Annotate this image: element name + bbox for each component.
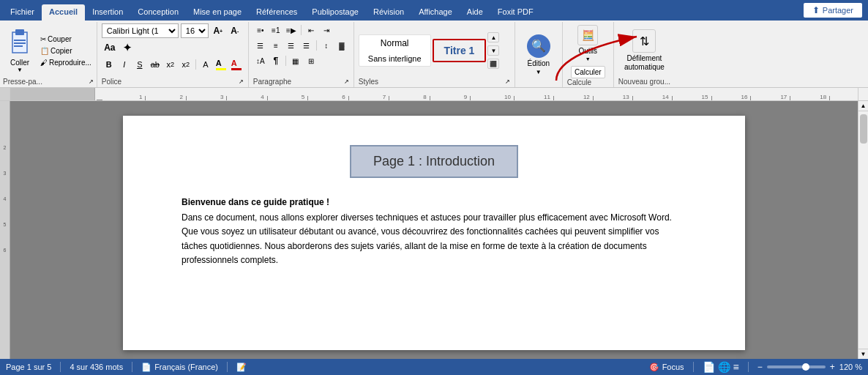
align-right-button[interactable]: ☰ — [284, 39, 299, 52]
view-outline-button[interactable]: ≡ — [733, 361, 739, 373]
share-button[interactable]: ⬆ Partager — [804, 3, 862, 18]
document-body[interactable]: Bienvenue dans ce guide pratique ! Dans … — [182, 196, 686, 267]
group-police: Calibri Light (1 16 A+ A- Aa ✦ B I S ab — [97, 22, 249, 87]
scrollbar-thumb[interactable] — [860, 114, 867, 144]
left-ruler-2: 2 — [4, 145, 7, 150]
left-ruler-6: 6 — [4, 248, 7, 253]
bold-heading: Bienvenue dans ce guide pratique ! — [182, 196, 686, 209]
strikethrough-button[interactable]: ab — [148, 57, 162, 72]
decrease-indent-button[interactable]: ⇤ — [304, 23, 318, 37]
font-color-button[interactable]: A — [229, 57, 244, 72]
defilement-button[interactable]: ⇅ Défilementautomatique — [620, 26, 669, 75]
paste-button[interactable]: Coller ▼ — [3, 26, 37, 75]
cut-icon: ✂ — [40, 35, 46, 43]
zoom-slider[interactable] — [767, 365, 826, 368]
border-button[interactable]: ▦ — [288, 54, 303, 67]
shading-button[interactable]: ▓ — [334, 39, 349, 52]
scroll-up-button[interactable]: ▲ — [858, 101, 869, 111]
focus-label[interactable]: 🎯 Focus — [649, 363, 684, 372]
left-ruler-5: 5 — [4, 222, 7, 227]
tab-affichage[interactable]: Affichage — [411, 4, 460, 21]
tab-references[interactable]: Références — [249, 4, 304, 21]
group-label-styles: Styles — [359, 78, 378, 86]
group-presse-papier: Coller ▼ ✂Couper 📋Copier 🖌Reproduire... — [0, 22, 97, 87]
tab-revision[interactable]: Révision — [366, 4, 411, 21]
outils-calculer-button[interactable]: 🧮 Outils ▼ — [573, 23, 602, 63]
edition-label: Édition — [528, 59, 550, 67]
italic-button[interactable]: I — [117, 57, 132, 72]
word-count: 4 sur 436 mots — [70, 363, 123, 371]
page-info: Page 1 sur 5 — [6, 363, 51, 371]
group-paragraphe: ≡• ≡1 ≡▶ ⇤ ⇥ ☰ ≡ ☰ ☰ ↕ ▓ ↕A — [249, 22, 354, 87]
show-marks-button[interactable]: ¶ — [269, 54, 283, 67]
superscript-button[interactable]: x2 — [179, 57, 193, 72]
line-spacing-button[interactable]: ↕ — [319, 39, 334, 52]
group-nouveau: ⇅ Défilementautomatique Nouveau grou... — [614, 22, 675, 87]
group-calcule: 🧮 Outils ▼ Calculer Calcule — [563, 22, 614, 87]
tab-fichier[interactable]: Fichier — [3, 4, 42, 21]
document-page[interactable]: Page 1 : Introduction Bienvenue dans ce … — [123, 116, 745, 350]
list-number-button[interactable]: ≡1 — [269, 23, 283, 37]
highlight-button[interactable]: A — [214, 57, 228, 72]
zoom-in-button[interactable]: + — [830, 362, 835, 372]
group-expand-presse[interactable]: ↗ — [89, 78, 94, 85]
group-expand-paragraphe[interactable]: ↗ — [344, 78, 349, 85]
sort-button[interactable]: ↕A — [253, 54, 268, 67]
subscript-button[interactable]: x2 — [163, 57, 178, 72]
text-effects-button[interactable]: A — [198, 57, 213, 72]
tab-aide[interactable]: Aide — [460, 4, 490, 21]
align-center-button[interactable]: ≡ — [269, 39, 283, 52]
vertical-scrollbar[interactable]: ▲ ▼ — [858, 101, 868, 359]
group-label-nouveau: Nouveau grou... — [618, 78, 670, 86]
cut-button[interactable]: ✂Couper — [38, 34, 94, 44]
font-name-select[interactable]: Calibri Light (1 — [102, 23, 179, 38]
left-ruler-3: 3 — [4, 171, 7, 176]
paste-chevron: ▼ — [17, 67, 23, 73]
edition-button[interactable]: 🔍 Édition ▼ — [523, 31, 555, 78]
calculer-button[interactable]: Calculer — [571, 66, 605, 78]
group-expand-police[interactable]: ↗ — [239, 78, 244, 85]
styles-scroll-down[interactable]: ▼ — [487, 45, 499, 56]
group-label-police: Police — [102, 78, 121, 86]
focus-icon: 🎯 — [649, 363, 659, 372]
group-expand-styles[interactable]: ↗ — [505, 78, 510, 85]
tab-conception[interactable]: Conception — [130, 4, 186, 21]
increase-indent-button[interactable]: ⇥ — [319, 23, 334, 37]
styles-expand[interactable]: ⬛ — [487, 59, 499, 69]
change-case-button[interactable]: Aa — [102, 40, 118, 55]
page-title-box: Page 1 : Introduction — [350, 145, 518, 178]
zoom-out-button[interactable]: − — [757, 362, 763, 372]
format-painter-button[interactable]: 🖌Reproduire... — [38, 58, 94, 67]
style-titre1[interactable]: Titre 1 — [433, 39, 487, 62]
list-multilevel-button[interactable]: ≡▶ — [284, 23, 299, 37]
tab-accueil[interactable]: Accueil — [42, 4, 85, 21]
table-button[interactable]: ⊞ — [304, 54, 318, 67]
style-normal[interactable]: Normal — [359, 37, 430, 50]
scroll-down-button[interactable]: ▼ — [858, 349, 869, 359]
view-web-button[interactable]: 🌐 — [718, 361, 730, 373]
track-changes-icon: 📝 — [236, 363, 247, 372]
group-styles: Normal Sans interligne Titre 1 ▲ ▼ ⬛ Sty… — [354, 22, 515, 87]
underline-button[interactable]: S — [132, 57, 147, 72]
tab-publipostage[interactable]: Publipostage — [304, 4, 366, 21]
language-icon: 📄 — [141, 363, 151, 372]
tab-insertion[interactable]: Insertion — [85, 4, 130, 21]
group-label-calcule: Calcule — [567, 78, 609, 86]
tab-foxit[interactable]: Foxit PDF — [490, 4, 541, 21]
justify-button[interactable]: ☰ — [299, 39, 314, 52]
bold-button[interactable]: B — [102, 57, 116, 72]
edition-chevron: ▼ — [536, 69, 542, 75]
font-decrease-button[interactable]: A- — [228, 23, 242, 38]
view-print-button[interactable]: 📄 — [703, 361, 715, 373]
svg-rect-2 — [14, 40, 26, 41]
tab-mise-en-page[interactable]: Mise en page — [186, 4, 249, 21]
font-size-select[interactable]: 16 — [181, 23, 209, 38]
copy-icon: 📋 — [40, 47, 49, 55]
copy-button[interactable]: 📋Copier — [38, 46, 94, 56]
clear-format-button[interactable]: ✦ — [119, 40, 135, 55]
font-increase-button[interactable]: A+ — [211, 23, 225, 38]
list-bullet-button[interactable]: ≡• — [253, 23, 268, 37]
styles-scroll-up[interactable]: ▲ — [487, 32, 499, 42]
style-sans-interligne[interactable]: Sans interligne — [359, 53, 430, 64]
align-left-button[interactable]: ☰ — [253, 39, 268, 52]
